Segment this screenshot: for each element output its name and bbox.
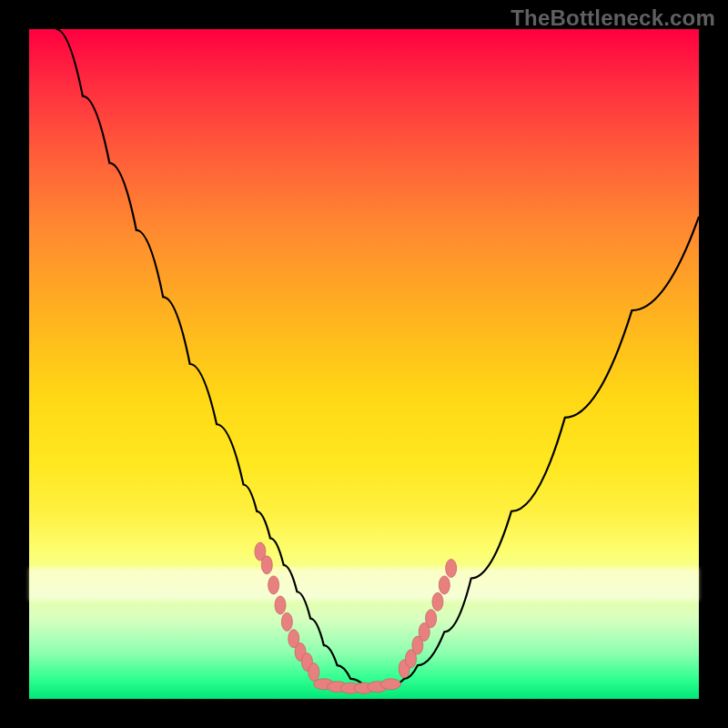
data-marker — [275, 596, 286, 614]
plot-area — [29, 29, 699, 699]
data-marker — [439, 576, 450, 594]
data-marker — [308, 663, 319, 682]
chart-frame: TheBottleneck.com — [0, 0, 728, 728]
data-marker — [426, 610, 437, 628]
attribution-text: TheBottleneck.com — [511, 5, 715, 31]
data-marker — [432, 592, 443, 611]
chart-svg — [29, 29, 699, 699]
data-marker — [261, 556, 272, 574]
bottleneck-curve — [56, 29, 699, 685]
data-marker — [268, 576, 279, 594]
data-marker — [380, 679, 400, 690]
data-marker — [281, 612, 292, 631]
data-marker — [446, 559, 457, 577]
